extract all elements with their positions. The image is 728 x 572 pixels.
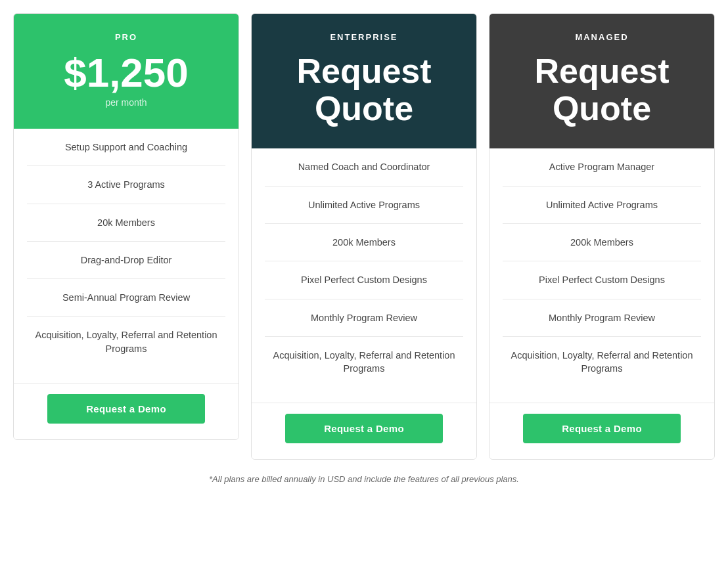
- plan-quote-enterprise: Request Quote: [265, 53, 463, 127]
- feature-item-managed-5: Acquisition, Loyalty, Referral and Reten…: [503, 337, 701, 387]
- plan-card-pro: PRO$1,250per monthSetup Support and Coac…: [13, 13, 239, 440]
- plan-name-enterprise: ENTERPRISE: [265, 32, 463, 42]
- plan-cta-pro: Request a Demo: [14, 383, 239, 439]
- demo-button-enterprise[interactable]: Request a Demo: [285, 414, 443, 443]
- plan-cta-managed: Request a Demo: [489, 403, 714, 459]
- feature-item-managed-3: Pixel Perfect Custom Designs: [503, 261, 701, 299]
- feature-item-pro-2: 20k Members: [27, 204, 225, 242]
- plan-features-managed: Active Program ManagerUnlimited Active P…: [489, 148, 714, 403]
- feature-item-enterprise-3: Pixel Perfect Custom Designs: [265, 261, 463, 299]
- plan-card-enterprise: ENTERPRISERequest QuoteNamed Coach and C…: [251, 13, 477, 460]
- plan-header-enterprise: ENTERPRISERequest Quote: [252, 14, 476, 148]
- pricing-grid: PRO$1,250per monthSetup Support and Coac…: [13, 13, 715, 460]
- plan-quote-managed: Request Quote: [503, 53, 701, 127]
- feature-item-managed-4: Monthly Program Review: [503, 299, 701, 337]
- plan-features-enterprise: Named Coach and CoordinatorUnlimited Act…: [252, 148, 476, 403]
- plan-header-managed: MANAGEDRequest Quote: [489, 14, 714, 148]
- footnote: *All plans are billed annually in USD an…: [209, 474, 519, 484]
- feature-item-managed-1: Unlimited Active Programs: [503, 187, 701, 224]
- feature-item-pro-0: Setup Support and Coaching: [27, 129, 225, 166]
- demo-button-managed[interactable]: Request a Demo: [523, 414, 681, 443]
- feature-item-enterprise-0: Named Coach and Coordinator: [265, 148, 463, 186]
- feature-item-enterprise-1: Unlimited Active Programs: [265, 187, 463, 224]
- feature-item-pro-5: Acquisition, Loyalty, Referral and Reten…: [27, 317, 225, 367]
- feature-item-managed-0: Active Program Manager: [503, 148, 701, 186]
- feature-item-enterprise-4: Monthly Program Review: [265, 299, 463, 337]
- plan-price-pro: $1,250: [27, 53, 225, 93]
- plan-cta-enterprise: Request a Demo: [252, 403, 476, 459]
- plan-card-managed: MANAGEDRequest QuoteActive Program Manag…: [489, 13, 715, 460]
- feature-item-pro-4: Semi-Annual Program Review: [27, 279, 225, 317]
- pricing-wrapper: PRO$1,250per monthSetup Support and Coac…: [13, 13, 715, 484]
- feature-item-managed-2: 200k Members: [503, 224, 701, 261]
- feature-item-enterprise-2: 200k Members: [265, 224, 463, 261]
- feature-item-enterprise-5: Acquisition, Loyalty, Referral and Reten…: [265, 337, 463, 387]
- demo-button-pro[interactable]: Request a Demo: [47, 394, 205, 424]
- plan-header-pro: PRO$1,250per month: [14, 14, 239, 129]
- plan-features-pro: Setup Support and Coaching3 Active Progr…: [14, 129, 239, 383]
- plan-name-managed: MANAGED: [503, 32, 701, 42]
- feature-item-pro-3: Drag-and-Drop Editor: [27, 242, 225, 279]
- plan-name-pro: PRO: [27, 32, 225, 42]
- feature-item-pro-1: 3 Active Programs: [27, 166, 225, 204]
- plan-price-period-pro: per month: [27, 97, 225, 108]
